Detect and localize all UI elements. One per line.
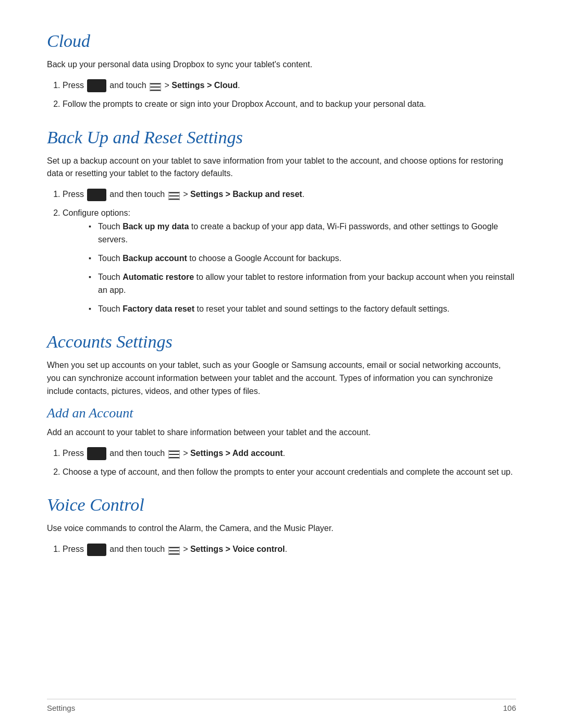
add-account-step-1-text-after: > Settings > Add account.	[183, 449, 285, 458]
svg-rect-1	[150, 87, 161, 88]
voice-step-1-text-before: Press	[63, 545, 86, 553]
section-cloud: Cloud Back up your personal data using D…	[47, 31, 516, 111]
add-account-step-1: Press and then touch > Settings > Add ac…	[63, 447, 516, 460]
cloud-step-1-text-after: > Settings > Cloud.	[165, 81, 240, 90]
svg-rect-6	[169, 199, 179, 200]
voice-control-title: Voice Control	[47, 495, 516, 515]
accounts-intro: When you set up accounts on your tablet,…	[47, 359, 516, 398]
add-account-step-1-text-mid: and then touch	[109, 449, 167, 458]
menu-icon-voice	[168, 546, 180, 554]
backup-steps: Press and then touch > Settings > Backup…	[63, 188, 516, 315]
cloud-step-1-text-before: Press	[63, 81, 86, 90]
backup-bullet-1: Touch Back up my data to create a backup…	[89, 220, 516, 246]
voice-step-1-text-mid: and then touch	[109, 545, 167, 553]
backup-step-2-configure: Configure options:	[63, 208, 130, 217]
voice-step-1-text-after: > Settings > Voice control.	[183, 545, 287, 553]
svg-rect-2	[150, 90, 161, 91]
subsection-add-account: Add an Account Add an account to your ta…	[47, 405, 516, 479]
svg-rect-9	[169, 454, 179, 455]
home-button-cloud	[87, 79, 106, 92]
add-account-step-2: Choose a type of account, and then follo…	[63, 465, 516, 479]
section-voice-control: Voice Control Use voice commands to cont…	[47, 495, 516, 556]
cloud-step-1: Press and touch > Settings > Cloud.	[63, 79, 516, 92]
add-account-steps: Press and then touch > Settings > Add ac…	[63, 447, 516, 479]
backup-step-1-text-before: Press	[63, 190, 86, 199]
cloud-title: Cloud	[47, 31, 516, 51]
page-container: Cloud Back up your personal data using D…	[0, 0, 563, 728]
page-footer: Settings 106	[47, 699, 516, 712]
cloud-intro: Back up your personal data using Dropbox…	[47, 58, 516, 71]
svg-rect-4	[169, 192, 179, 193]
svg-rect-0	[150, 83, 161, 84]
backup-step-1-text-mid: and then touch	[109, 190, 167, 199]
cloud-step-1-text-mid: and touch	[109, 81, 149, 90]
backup-reset-intro: Set up a backup account on your tablet t…	[47, 155, 516, 181]
cloud-step-2: Follow the prompts to create or sign int…	[63, 97, 516, 111]
footer-left: Settings	[47, 704, 75, 712]
accounts-title: Accounts Settings	[47, 332, 516, 352]
svg-rect-10	[169, 457, 179, 458]
svg-rect-5	[169, 195, 179, 196]
svg-rect-14	[169, 553, 179, 554]
voice-step-1: Press and then touch > Settings > Voice …	[63, 542, 516, 556]
home-button-voice	[87, 544, 106, 557]
backup-step-1: Press and then touch > Settings > Backup…	[63, 188, 516, 201]
cloud-steps: Press and touch > Settings > Cloud. Foll…	[63, 79, 516, 111]
svg-rect-12	[169, 547, 179, 548]
add-account-title: Add an Account	[47, 405, 516, 421]
backup-reset-title: Back Up and Reset Settings	[47, 128, 516, 147]
backup-bullet-3: Touch Automatic restore to allow your ta…	[89, 270, 516, 297]
backup-step-2: Configure options: Touch Back up my data…	[63, 206, 516, 315]
backup-bullet-list: Touch Back up my data to create a backup…	[89, 220, 516, 316]
menu-icon-backup	[168, 191, 180, 199]
svg-rect-13	[169, 550, 179, 551]
voice-control-intro: Use voice commands to control the Alarm,…	[47, 522, 516, 535]
section-backup-reset: Back Up and Reset Settings Set up a back…	[47, 128, 516, 316]
backup-bullet-4: Touch Factory data reset to reset your t…	[89, 302, 516, 316]
svg-rect-8	[169, 451, 179, 452]
section-accounts: Accounts Settings When you set up accoun…	[47, 332, 516, 478]
add-account-step-1-text-before: Press	[63, 449, 86, 458]
home-button-add-account	[87, 447, 106, 460]
home-button-backup	[87, 189, 106, 202]
voice-steps: Press and then touch > Settings > Voice …	[63, 542, 516, 556]
backup-step-1-text-after: > Settings > Backup and reset.	[183, 190, 304, 199]
footer-right: 106	[503, 704, 516, 712]
menu-icon-add-account	[168, 449, 180, 458]
menu-icon-cloud	[150, 82, 161, 90]
add-account-intro: Add an account to your tablet to share i…	[47, 426, 516, 439]
backup-bullet-2: Touch Backup account to choose a Google …	[89, 252, 516, 265]
